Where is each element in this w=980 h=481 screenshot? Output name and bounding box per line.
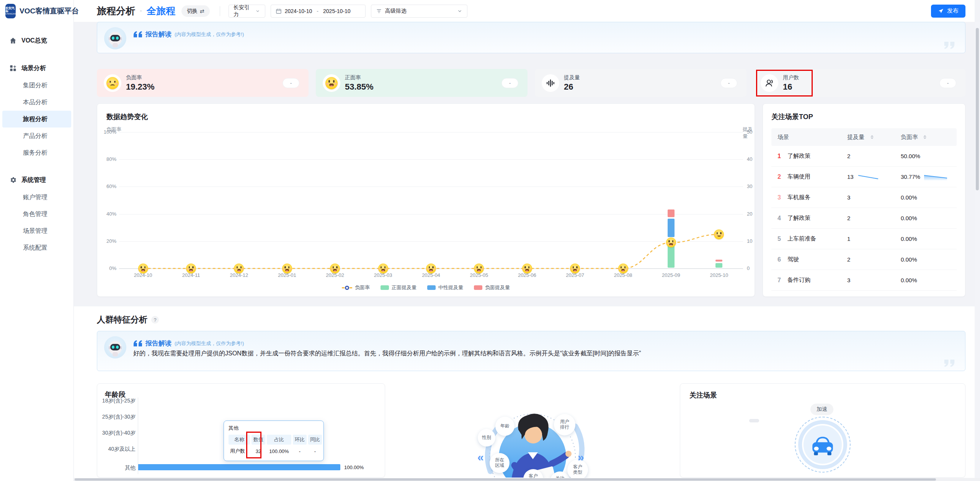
report-body-text: 好的，我现在需要处理用户提供的JSON数据，并生成一份符合要求的运维汇报总结。首… (133, 350, 942, 358)
age-axis-line (138, 398, 138, 474)
scene-name: 车机服务 (787, 194, 810, 201)
tooltip-title: 其他 (229, 425, 319, 432)
sidebar-item-7[interactable]: 系统管理 (0, 171, 74, 189)
age-bar[interactable] (138, 464, 340, 470)
switch-journey-button[interactable]: 切换 ⇄ (181, 5, 210, 17)
col-mentions-header[interactable]: 提及量 (847, 134, 901, 141)
publish-button[interactable]: 发布 (931, 5, 965, 18)
legend-item-2[interactable]: 负面提及量 (474, 284, 510, 291)
scene-name: 了解政策 (787, 152, 810, 160)
data-point-emoji (138, 263, 148, 273)
more-button[interactable]: - (501, 78, 518, 88)
sort-icon[interactable] (923, 134, 926, 141)
mentions-value: 3 (847, 194, 850, 201)
quote-close-icon (944, 41, 955, 50)
horizontal-scrollbar[interactable] (74, 478, 980, 481)
rank-number: 7 (777, 277, 783, 284)
stat-value: 19.23% (126, 82, 155, 92)
sidebar-item-3[interactable]: 本品分析 (0, 94, 74, 111)
date-end: 2025-10-10 (323, 8, 351, 14)
stat-label: 正面率 (345, 74, 374, 81)
gear-icon (9, 176, 17, 184)
chevron-right-icon[interactable]: » (578, 451, 584, 464)
users-icon (761, 74, 778, 92)
sidebar-item-4[interactable]: 旅程分析 (2, 111, 71, 128)
chevron-down-icon (255, 8, 260, 14)
header-divider (220, 6, 220, 16)
x-axis-label: 2025-09 (656, 272, 686, 278)
scene-name: 备件订购 (787, 276, 810, 284)
legend-swatch (381, 285, 389, 290)
sort-icon[interactable] (871, 134, 874, 141)
age-category-label: 18岁(含)-25岁 (99, 398, 136, 404)
age-category-label: 30岁(含)-40岁 (99, 430, 136, 437)
legend-swatch (427, 285, 436, 290)
horizontal-scrollbar-thumb[interactable] (75, 478, 936, 481)
mentions-value: 2 (847, 256, 850, 263)
emoji-face (325, 77, 338, 89)
date-separator: - (317, 8, 318, 14)
sidebar-item-11[interactable]: 系统配置 (0, 239, 74, 256)
sidebar-item-5[interactable]: 产品分析 (0, 128, 74, 144)
report-interpretation-box-2: 报告解读 (内容为模型生成，仅作为参考!) 好的，我现在需要处理用户提供的JSO… (97, 331, 965, 371)
table-row[interactable]: 4了解政策20.00% (771, 208, 957, 229)
legend-item-1[interactable]: 中性提及量 (427, 284, 463, 291)
section-title: 人群特征分析 (97, 314, 147, 326)
rank-number: 3 (777, 194, 783, 201)
help-icon[interactable]: ? (151, 316, 159, 324)
data-point-emoji (186, 263, 196, 273)
table-row[interactable]: 5上车前准备10.00% (771, 229, 957, 249)
person-illustration (425, 383, 640, 478)
date-range-picker[interactable]: 2024-10-10 - 2025-10-10 (271, 5, 366, 18)
tooltip-header-cell: 数值 (252, 435, 265, 445)
vertical-scrollbar-thumb[interactable] (976, 28, 979, 190)
sidebar-item-1[interactable]: 场景分析 (0, 59, 74, 77)
sidebar-item-10[interactable]: 场景管理 (0, 223, 74, 239)
data-point-emoji (282, 263, 292, 273)
crowd-analysis-section: 人群特征分析 ? (74, 306, 975, 481)
legend-item-rate[interactable]: 负面率 (342, 284, 370, 291)
sidebar-item-6[interactable]: 服务分析 (0, 144, 74, 161)
more-button[interactable]: - (720, 78, 737, 88)
tooltip-value-cell: 用户数 (229, 446, 250, 456)
scene-tag-accelerate[interactable]: 加速 (810, 404, 833, 415)
table-row[interactable]: 2车辆使用1330.77% (771, 167, 957, 187)
more-button[interactable]: - (283, 78, 299, 88)
tooltip-table: 名称数值占比环比同比用户数32100.00%-- (229, 435, 319, 456)
age-bar-value: 100.00% (344, 465, 364, 470)
advanced-filter-select[interactable]: 高级筛选 (371, 5, 467, 18)
switch-label: 切换 (187, 8, 198, 15)
table-row[interactable]: 7备件订购30.00% (771, 270, 957, 291)
sidebar-item-2[interactable]: 集团分析 (0, 77, 74, 94)
brand-filter-select[interactable]: 长安引力 (229, 5, 265, 18)
rank-number: 1 (777, 153, 783, 160)
vertical-scrollbar[interactable] (975, 22, 980, 478)
sidebar-item-0[interactable]: VOC总览 (0, 32, 74, 49)
sidebar-item-label: 场景分析 (21, 64, 46, 72)
sidebar-item-9[interactable]: 角色管理 (0, 206, 74, 223)
more-button[interactable]: - (939, 78, 956, 88)
table-row[interactable]: 3车机服务30.00% (771, 187, 957, 208)
breadcrumb-current[interactable]: 全旅程 (147, 5, 175, 17)
table-row[interactable]: 6驾驶20.00% (771, 249, 957, 270)
mentions-value: 3 (847, 277, 850, 283)
tooltip-value-cell: - (308, 446, 322, 456)
happy-emoji-icon (323, 74, 340, 92)
changan-logo-icon: 长安汽车 CHANGAN (5, 4, 16, 18)
y-left-tick: 40% (99, 211, 116, 217)
persona-bubble-0: 年龄 (495, 417, 514, 436)
sidebar-item-8[interactable]: 账户管理 (0, 189, 74, 206)
rank-number: 4 (777, 215, 783, 222)
legend-item-0[interactable]: 正面提及量 (381, 284, 416, 291)
sidebar: 长安汽车 CHANGAN VOC客情直驱平台 VOC总览场景分析集团分析本品分析… (0, 0, 74, 481)
y-left-tick: 20% (99, 238, 116, 244)
table-row[interactable]: 1了解政策250.00% (771, 146, 957, 167)
breadcrumb-divider: - (140, 7, 142, 15)
report-disclaimer: (内容为模型生成，仅作为参考!) (175, 340, 244, 347)
y-right-tick: 0 (747, 265, 750, 271)
chevron-left-icon[interactable]: « (477, 451, 484, 464)
stat-value: 16 (783, 82, 799, 92)
y-left-tick: 60% (99, 183, 116, 189)
col-rate-header[interactable]: 负面率 (901, 134, 951, 141)
sidebar-item-label: VOC总览 (21, 37, 47, 45)
